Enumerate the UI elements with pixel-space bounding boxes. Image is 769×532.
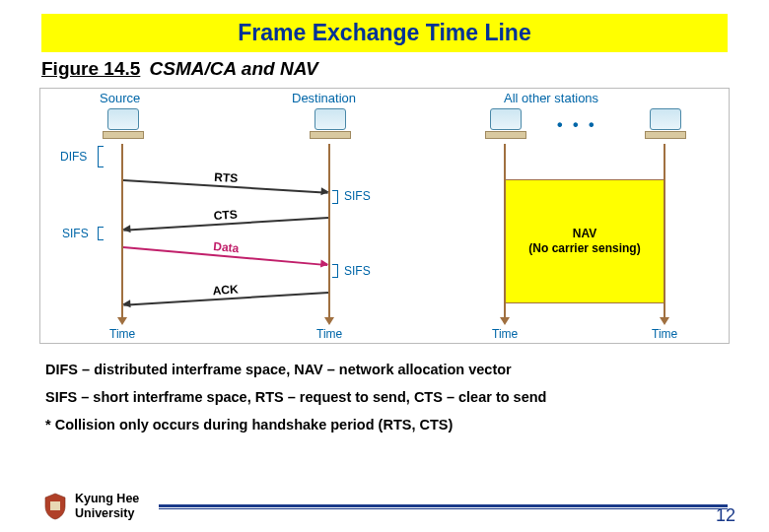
figure-reference: Figure 14.5 CSMA/CA and NAV — [41, 58, 769, 80]
computer-icon — [102, 108, 145, 139]
header-destination: Destination — [292, 91, 356, 105]
figure-caption: CSMA/CA and NAV — [150, 58, 318, 79]
arrow-rts: RTS — [123, 179, 328, 193]
page-title: Frame Exchange Time Line — [41, 20, 728, 46]
nav-sub: (No carrier sensing) — [506, 241, 664, 256]
figure-number: Figure 14.5 — [41, 58, 140, 79]
label-difs: DIFS — [60, 150, 87, 164]
computer-icon — [484, 108, 527, 139]
time-label: Time — [652, 327, 677, 341]
time-label: Time — [109, 327, 135, 341]
label-data: Data — [123, 232, 328, 263]
note-line-3: * Collision only occurs during handshake… — [45, 417, 726, 432]
svg-rect-0 — [50, 501, 60, 510]
definitions-block: DIFS – distributed interframe space, NAV… — [45, 362, 726, 432]
university-crest-icon — [43, 493, 67, 520]
label-rts: RTS — [123, 165, 328, 191]
nav-title: NAV — [506, 227, 664, 241]
computer-icon — [309, 108, 352, 139]
note-line-2: SIFS – short interframe space, RTS – req… — [45, 389, 726, 405]
bracket-difs — [98, 146, 104, 167]
uni-line1: Kyung Hee — [75, 492, 139, 505]
time-label: Time — [492, 327, 518, 341]
time-label: Time — [316, 327, 342, 341]
bracket-sifs1 — [332, 190, 338, 204]
arrow-down-icon — [324, 317, 334, 325]
arrow-right-icon — [320, 260, 329, 269]
page-number: 12 — [716, 505, 735, 526]
nav-box: NAV (No carrier sensing) — [505, 179, 664, 303]
uni-line2: University — [75, 506, 139, 520]
note-line-1: DIFS – distributed interframe space, NAV… — [45, 362, 726, 377]
arrow-down-icon — [660, 317, 669, 325]
arrow-ack: ACK — [123, 292, 328, 305]
label-cts: CTS — [122, 202, 327, 229]
label-sifs-r2: SIFS — [344, 264, 371, 278]
computer-icon — [644, 108, 687, 139]
timeline-dest — [328, 144, 330, 319]
footer-rule — [159, 504, 728, 507]
bracket-sifs-left — [98, 227, 104, 240]
timeline-diagram: Source Destination All other stations • … — [39, 88, 730, 344]
arrow-cts: CTS — [123, 217, 328, 231]
arrow-left-icon — [122, 299, 130, 307]
arrow-down-icon — [117, 317, 127, 325]
arrow-down-icon — [500, 317, 510, 325]
bracket-sifs2 — [332, 264, 338, 278]
title-band: Frame Exchange Time Line — [41, 14, 728, 52]
label-sifs-r1: SIFS — [344, 189, 371, 203]
header-source: Source — [100, 91, 140, 105]
university-name: Kyung Hee University — [75, 492, 139, 520]
label-sifs-left: SIFS — [62, 227, 89, 240]
label-ack: ACK — [122, 277, 327, 303]
arrow-data: Data — [123, 246, 327, 266]
arrow-right-icon — [320, 187, 328, 195]
ellipsis-icon: • • • — [557, 116, 597, 134]
header-others: All other stations — [504, 91, 598, 105]
slide-footer: Kyung Hee University — [43, 492, 739, 520]
